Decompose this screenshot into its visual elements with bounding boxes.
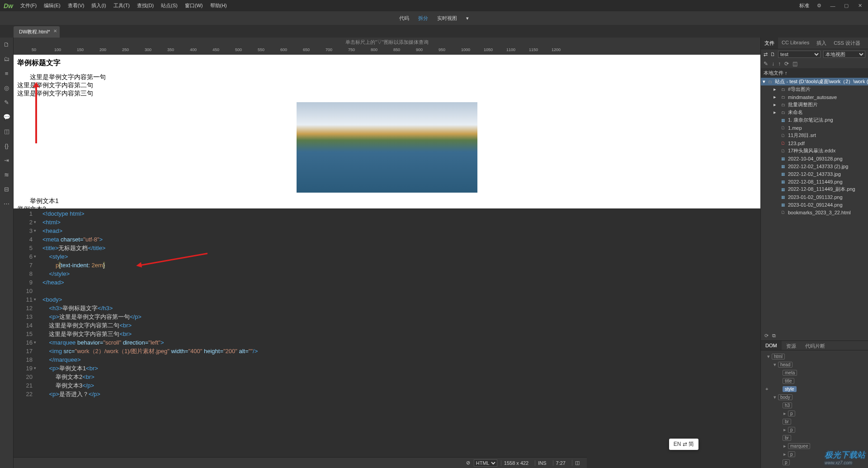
menu-window[interactable]: 窗口(W) bbox=[181, 2, 207, 9]
wrap-icon[interactable]: {} bbox=[3, 142, 11, 150]
view-split[interactable]: 拆分 bbox=[418, 15, 428, 22]
chat-icon[interactable]: 💬 bbox=[3, 113, 11, 121]
file-item[interactable]: ▦2022-10-04_093128.png bbox=[761, 155, 868, 162]
ime-indicator[interactable]: EN ⇄ 简 bbox=[669, 439, 698, 450]
insert-mode[interactable]: INS bbox=[535, 460, 549, 466]
maximize-icon[interactable]: ▢ bbox=[841, 1, 852, 10]
down-icon[interactable]: ↓ bbox=[772, 61, 774, 67]
tab-files[interactable]: 文件 bbox=[761, 38, 778, 49]
file-item[interactable]: 🗋17种头脑风暴法.eddx bbox=[761, 147, 868, 155]
preview-text2: 举例文本2 bbox=[17, 205, 757, 208]
tab-resources[interactable]: 资源 bbox=[782, 341, 801, 350]
ruler[interactable]: 5010015020025030035040045050055060065070… bbox=[14, 47, 760, 55]
format-icon[interactable]: ≋ bbox=[3, 170, 11, 179]
file-item[interactable]: ▸🗀未命名 bbox=[761, 109, 868, 116]
file-item[interactable]: 🗋11月28日.srt bbox=[761, 132, 868, 139]
local-files-header[interactable]: 本地文件 ↑ bbox=[761, 68, 868, 78]
overflow-icon[interactable]: ◫ bbox=[572, 460, 582, 466]
sync-icon[interactable]: ⟳ bbox=[784, 61, 789, 67]
tab-cc[interactable]: CC Libraries bbox=[778, 38, 813, 49]
dom-p[interactable]: p bbox=[788, 427, 795, 433]
file-item[interactable]: ▦2022-12-02_143733 (2).jpg bbox=[761, 162, 868, 170]
dom-p[interactable]: p bbox=[783, 459, 790, 465]
error-icon[interactable]: ⊘ bbox=[466, 460, 470, 466]
file-item[interactable]: ▸🗀mindmaster_autosave bbox=[761, 93, 868, 101]
indent-icon[interactable]: ⇥ bbox=[3, 156, 11, 164]
file-icon[interactable]: 🗋 bbox=[770, 52, 775, 57]
minimize-icon[interactable]: — bbox=[827, 1, 838, 10]
dom-style[interactable]: style bbox=[783, 386, 797, 392]
tab-insert[interactable]: 插入 bbox=[813, 38, 830, 49]
dom-html[interactable]: html bbox=[772, 354, 785, 359]
file-item[interactable]: 🗋1.mep bbox=[761, 124, 868, 132]
close-icon[interactable]: ✕ bbox=[53, 28, 57, 33]
view-live[interactable]: 实时视图 bbox=[437, 15, 457, 22]
collapse-icon[interactable]: ▾ bbox=[763, 79, 765, 85]
expand-icon[interactable]: ◫ bbox=[793, 61, 797, 67]
dom-title[interactable]: title bbox=[783, 378, 794, 384]
dom-br[interactable]: br bbox=[783, 419, 791, 425]
dom-marquee[interactable]: marquee bbox=[788, 443, 810, 449]
gear-icon[interactable]: ⚙ bbox=[814, 1, 825, 10]
code-editor[interactable]: 12▾3▾456▾7891011▾1213141516▾171819▾20212… bbox=[14, 208, 760, 468]
target-icon[interactable]: ◎ bbox=[3, 84, 11, 92]
site-root[interactable]: ▾ 🗀 站点 - test (D:\tools\桌面\work（2）\work … bbox=[761, 78, 868, 85]
link-icon[interactable]: ⧉ bbox=[772, 333, 776, 339]
tab-dom[interactable]: DOM bbox=[761, 341, 782, 350]
center-area: 单击标尺上的"▽"图标以添加媒体查询 501001502002503003504… bbox=[14, 38, 760, 468]
live-preview[interactable]: 举例标题文字 这里是举例文字内容第一句 这里是举例文字内容第二句 这里是举例文字… bbox=[14, 55, 760, 208]
chevron-down-icon[interactable]: ▾ bbox=[466, 15, 469, 21]
file-item[interactable]: ▦2022-12-08_111449.png bbox=[761, 178, 868, 185]
wand-icon[interactable]: ✎ bbox=[3, 98, 11, 106]
menu-find[interactable]: 查找(D) bbox=[133, 2, 157, 9]
preview-icon[interactable]: ◫ bbox=[3, 127, 11, 135]
expand-tool-icon[interactable]: ≡ bbox=[3, 69, 11, 77]
dom-meta[interactable]: meta bbox=[783, 370, 797, 376]
manage-tool-icon[interactable]: 🗂 bbox=[3, 55, 11, 63]
menu-tools[interactable]: 工具(T) bbox=[110, 2, 133, 9]
more-icon[interactable]: ⋯ bbox=[3, 199, 11, 208]
file-item[interactable]: ▸🗀批量调整图片 bbox=[761, 101, 868, 109]
dom-head[interactable]: head bbox=[778, 362, 793, 368]
close-icon[interactable]: ✕ bbox=[854, 1, 865, 10]
file-item[interactable]: ▦2022-12-02_143733.jpg bbox=[761, 170, 868, 178]
menu-help[interactable]: 帮助(H) bbox=[207, 2, 231, 9]
refresh-icon[interactable]: ⟳ bbox=[764, 333, 769, 339]
menu-file[interactable]: 文件(F) bbox=[17, 2, 40, 9]
dom-h3[interactable]: h3 bbox=[783, 402, 792, 408]
workspace-label[interactable]: 标准 bbox=[799, 2, 811, 9]
view-select[interactable]: 本地视图 bbox=[823, 51, 866, 58]
tab-css[interactable]: CSS 设计器 bbox=[830, 38, 864, 49]
folder-icon: 🗀 bbox=[767, 79, 773, 85]
dom-br[interactable]: br bbox=[783, 435, 791, 441]
file-item[interactable]: 🗋bookmarks_2023_3_22.html bbox=[761, 208, 868, 216]
media-query-hint[interactable]: 单击标尺上的"▽"图标以添加媒体查询 bbox=[14, 38, 760, 47]
ftp-icon[interactable]: ⇄ bbox=[764, 52, 768, 57]
view-code[interactable]: 代码 bbox=[399, 15, 409, 22]
menu-site[interactable]: 站点(S) bbox=[157, 2, 181, 9]
file-item[interactable]: 🗋123.pdf bbox=[761, 139, 868, 147]
preview-text1: 举例文本1 bbox=[17, 197, 757, 205]
collapse-icon[interactable]: ⊟ bbox=[3, 185, 11, 193]
tab-document[interactable]: DW教程.html* ✕ bbox=[14, 26, 60, 38]
dom-p[interactable]: p bbox=[788, 411, 795, 416]
file-item[interactable]: ▦2023-01-02_091244.png bbox=[761, 201, 868, 208]
dom-body[interactable]: body bbox=[778, 394, 793, 400]
file-item[interactable]: ▦2022-12-08_111449_副本.png bbox=[761, 185, 868, 193]
file-tool-icon[interactable]: 🗋 bbox=[3, 40, 11, 48]
tab-snippets[interactable]: 代码片断 bbox=[801, 341, 830, 350]
file-tree[interactable]: ▾ 🗀 站点 - test (D:\tools\桌面\work（2）\work … bbox=[761, 78, 868, 331]
file-item[interactable]: ▦2023-01-02_091132.png bbox=[761, 193, 868, 201]
file-item[interactable]: ▦1. 康奈尔笔记法.png bbox=[761, 116, 868, 124]
lang-select[interactable]: HTML bbox=[474, 459, 497, 467]
menu-view[interactable]: 查看(V) bbox=[64, 2, 88, 9]
code-lines[interactable]: <!doctype html> <html> <head> <meta char… bbox=[36, 208, 760, 468]
add-icon[interactable]: + bbox=[763, 385, 771, 392]
dom-p[interactable]: p bbox=[788, 451, 795, 457]
menu-insert[interactable]: 插入(I) bbox=[88, 2, 109, 9]
tool-icon[interactable]: ✎ bbox=[764, 61, 768, 67]
site-select[interactable]: test bbox=[778, 51, 821, 58]
menu-edit[interactable]: 编辑(E) bbox=[40, 2, 64, 9]
up-icon[interactable]: ↑ bbox=[778, 61, 781, 67]
file-item[interactable]: ▸🗀#导出图片 bbox=[761, 85, 868, 93]
